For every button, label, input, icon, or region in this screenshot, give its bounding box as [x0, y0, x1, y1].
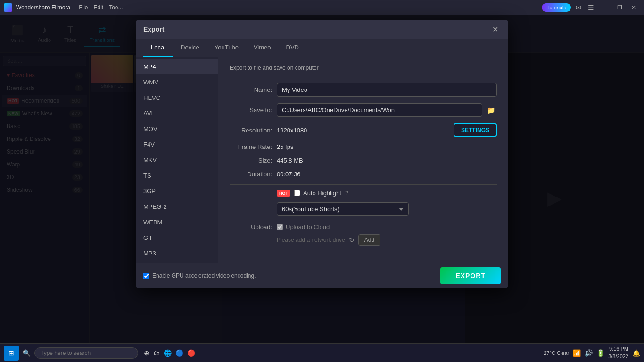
format-webm[interactable]: WEBM [136, 214, 218, 230]
add-network-button[interactable]: Add [358, 234, 380, 246]
taskbar: ⊞ 🔍 ⊕ 🗂 🌐 🔵 🔴 27°C Clear 📶 🔊 🔋 9:16 PM 3… [0, 343, 644, 362]
app-title: Wondershare Filmora [16, 4, 70, 11]
dialog-body: MP4 WMV HEVC AVI MOV F4V MKV TS 3GP MPEG… [136, 57, 508, 263]
dialog-close-button[interactable]: ✕ [489, 24, 501, 35]
format-mkv[interactable]: MKV [136, 152, 218, 168]
search-taskbar-icon[interactable]: 🔍 [23, 349, 31, 357]
taskbar-date-value: 3/8/2022 [608, 353, 628, 360]
format-hevc[interactable]: HEVC [136, 90, 218, 106]
menu-icon[interactable]: ☰ [586, 3, 596, 12]
gpu-checkbox-label[interactable]: Enable GPU accelerated video encoding. [143, 272, 256, 279]
menu-file[interactable]: File [79, 4, 88, 11]
tab-dvd[interactable]: DVD [279, 39, 306, 57]
duration-label: Duration: [230, 171, 272, 178]
gpu-checkbox[interactable] [143, 273, 149, 279]
format-gif[interactable]: GIF [136, 230, 218, 246]
taskbar-battery-icon[interactable]: 🔋 [596, 349, 604, 357]
format-avi[interactable]: AVI [136, 106, 218, 121]
dialog-footer: Enable GPU accelerated video encoding. E… [136, 263, 508, 288]
menu-edit[interactable]: Edit [94, 4, 104, 11]
format-f4v[interactable]: F4V [136, 137, 218, 152]
name-label: Name: [230, 86, 272, 93]
window-controls: – ❐ ✕ [599, 3, 640, 12]
upload-label: Upload: [230, 223, 272, 230]
name-input[interactable] [277, 83, 497, 97]
menu-tool[interactable]: Too... [109, 4, 123, 11]
format-3gp[interactable]: 3GP [136, 183, 218, 199]
dialog-tabs: Local Device YouTube Vimeo DVD [136, 39, 508, 57]
taskbar-time-value: 9:16 PM [608, 346, 628, 353]
taskbar-app-4[interactable]: 🔵 [175, 349, 183, 357]
frame-rate-label: Frame Rate: [230, 143, 272, 150]
taskbar-app-2[interactable]: 🗂 [153, 349, 160, 357]
dialog-header: Export ✕ [136, 20, 508, 39]
app-logo [4, 3, 12, 12]
taskbar-sound-icon[interactable]: 🔊 [585, 349, 593, 357]
export-dialog: Export ✕ Local Device YouTube Vimeo DVD … [136, 20, 508, 288]
mail-icon[interactable]: ✉ [574, 3, 583, 12]
taskbar-wifi-icon[interactable]: 📶 [573, 349, 581, 357]
save-to-input[interactable] [277, 103, 482, 117]
taskbar-notification-icon[interactable]: 🔔 [632, 349, 640, 357]
format-mpeg2[interactable]: MPEG-2 [136, 199, 218, 214]
taskbar-search-input[interactable] [34, 347, 138, 359]
frame-rate-value: 25 fps [277, 143, 497, 150]
save-to-row: Save to: 📁 [230, 103, 497, 117]
dialog-title: Export [143, 25, 164, 33]
format-list: MP4 WMV HEVC AVI MOV F4V MKV TS 3GP MPEG… [136, 57, 218, 263]
tab-device[interactable]: Device [173, 39, 207, 57]
upload-cloud-text: Upload to Cloud [286, 223, 330, 230]
tutorials-button[interactable]: Tutorials [542, 3, 571, 12]
auto-highlight-checkbox-label[interactable]: Auto Highlight [294, 189, 341, 197]
taskbar-app-1[interactable]: ⊕ [144, 349, 149, 357]
format-mov[interactable]: MOV [136, 121, 218, 137]
maximize-button[interactable]: ❐ [613, 3, 626, 12]
duration-row: Duration: 00:07:36 [230, 171, 497, 178]
export-subtitle: Export to file and save on computer [230, 65, 497, 75]
format-ts[interactable]: TS [136, 168, 218, 183]
export-button[interactable]: EXPORT [440, 267, 501, 284]
tab-youtube[interactable]: YouTube [207, 39, 246, 57]
hot-badge: HOT [277, 190, 290, 197]
taskbar-app-5[interactable]: 🔴 [187, 349, 195, 357]
upload-cloud-label[interactable]: Upload to Cloud [277, 223, 330, 230]
title-bar-right: Tutorials ✉ ☰ – ❐ ✕ [542, 3, 640, 12]
resolution-value: 1920x1080 [277, 127, 449, 134]
format-mp4[interactable]: MP4 [136, 59, 218, 74]
save-to-field: 📁 [277, 103, 497, 117]
settings-button[interactable]: SETTINGS [454, 123, 497, 137]
tab-vimeo[interactable]: Vimeo [246, 39, 279, 57]
auto-highlight-checkbox[interactable] [294, 190, 300, 196]
duration-value: 00:07:36 [277, 171, 497, 178]
close-button[interactable]: ✕ [627, 3, 640, 12]
save-to-label: Save to: [230, 107, 272, 114]
title-bar: Wondershare Filmora File Edit Too... Tut… [0, 0, 644, 15]
taskbar-system-icons: 27°C Clear 📶 🔊 🔋 9:16 PM 3/8/2022 🔔 [544, 346, 640, 360]
format-wmv[interactable]: WMV [136, 74, 218, 90]
browse-folder-button[interactable]: 📁 [485, 105, 497, 116]
format-mp3[interactable]: MP3 [136, 246, 218, 261]
resolution-row: Resolution: 1920x1080 SETTINGS [230, 123, 497, 137]
size-label: Size: [230, 157, 272, 164]
upload-row: Upload: Upload to Cloud [230, 223, 497, 230]
refresh-button[interactable]: ↻ [349, 236, 355, 244]
dialog-overlay: Export ✕ Local Device YouTube Vimeo DVD … [0, 15, 644, 343]
upload-cloud-checkbox[interactable] [277, 224, 283, 230]
frame-rate-row: Frame Rate: 25 fps [230, 143, 497, 150]
shorts-select[interactable]: 60s(YouTube Shorts) 30s 15s [277, 202, 409, 216]
auto-highlight-row: HOT Auto Highlight ? [230, 189, 497, 197]
start-button[interactable]: ⊞ [4, 346, 19, 361]
format-settings: Export to file and save on computer Name… [218, 57, 508, 263]
menu-bar: File Edit Too... [79, 4, 123, 11]
size-value: 445.8 MB [277, 157, 497, 164]
network-drive-row: Please add a network drive ↻ Add [230, 234, 497, 246]
shorts-row: 60s(YouTube Shorts) 30s 15s [230, 202, 497, 216]
auto-highlight-label: Auto Highlight [303, 189, 341, 197]
size-row: Size: 445.8 MB [230, 157, 497, 164]
tab-local[interactable]: Local [143, 39, 173, 57]
gpu-label: Enable GPU accelerated video encoding. [152, 272, 256, 279]
taskbar-app-3[interactable]: 🌐 [164, 349, 172, 357]
minimize-button[interactable]: – [599, 3, 612, 12]
taskbar-clock[interactable]: 9:16 PM 3/8/2022 [608, 346, 628, 360]
help-icon[interactable]: ? [345, 189, 348, 197]
